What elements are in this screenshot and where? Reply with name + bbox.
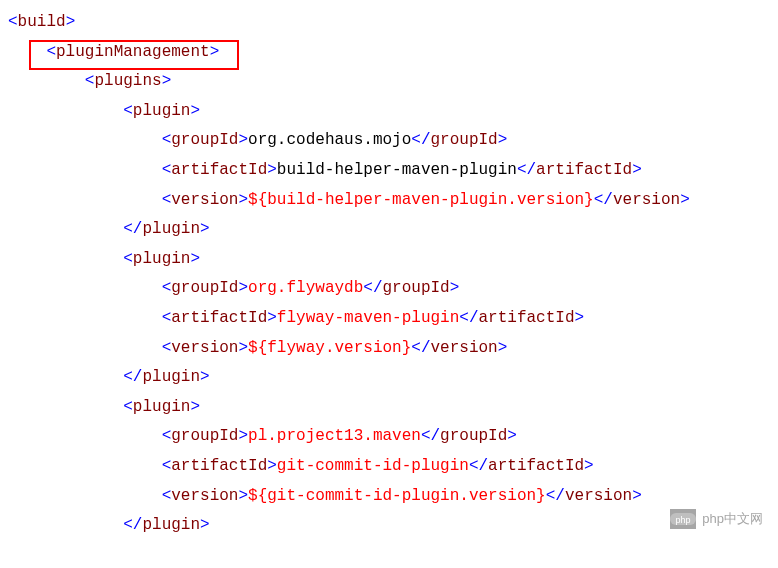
line-version: <version>${flyway.version}</version>: [8, 334, 770, 364]
line-pluginmanagement-open: <pluginManagement>: [8, 38, 770, 68]
watermark-text: php中文网: [702, 507, 763, 531]
line-plugin-open: <plugin>: [8, 245, 770, 275]
line-artifactid: <artifactId>git-commit-id-plugin</artifa…: [8, 452, 770, 482]
line-plugin-open: <plugin>: [8, 97, 770, 127]
php-logo-icon: php: [670, 509, 696, 529]
line-version: <version>${build-helper-maven-plugin.ver…: [8, 186, 770, 216]
line-build-open: <build>: [8, 8, 770, 38]
line-groupid: <groupId>pl.project13.maven</groupId>: [8, 422, 770, 452]
line-groupid: <groupId>org.codehaus.mojo</groupId>: [8, 126, 770, 156]
line-plugin-close: </plugin>: [8, 363, 770, 393]
xml-code-block: <build> <pluginManagement> <plugins> <pl…: [8, 8, 770, 541]
watermark: php php中文网: [670, 507, 763, 531]
line-artifactid: <artifactId>build-helper-maven-plugin</a…: [8, 156, 770, 186]
line-plugin-close: </plugin>: [8, 511, 770, 541]
svg-text:php: php: [676, 515, 691, 525]
line-plugin-open: <plugin>: [8, 393, 770, 423]
line-plugin-close: </plugin>: [8, 215, 770, 245]
line-plugins-open: <plugins>: [8, 67, 770, 97]
line-artifactid: <artifactId>flyway-maven-plugin</artifac…: [8, 304, 770, 334]
line-version: <version>${git-commit-id-plugin.version}…: [8, 482, 770, 512]
line-groupid: <groupId>org.flywaydb</groupId>: [8, 274, 770, 304]
